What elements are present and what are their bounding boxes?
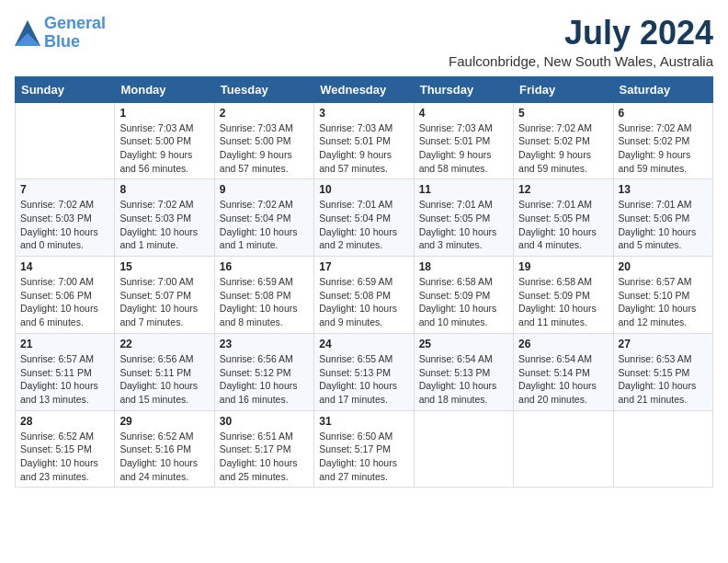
logo-icon [15,20,40,46]
day-number: 24 [319,338,408,350]
day-number: 28 [20,415,109,428]
sunrise-text: Sunrise: 7:03 AM [319,122,392,133]
calendar-cell-w1-d7: 6Sunrise: 7:02 AMSunset: 5:02 PMDaylight… [613,102,712,179]
sunset-text: Sunset: 5:08 PM [220,290,291,301]
day-info: Sunrise: 7:03 AMSunset: 5:01 PMDaylight:… [419,121,508,176]
sunrise-text: Sunrise: 7:03 AM [220,122,293,133]
day-number: 16 [220,260,309,273]
calendar-cell-w5-d1: 28Sunrise: 6:52 AMSunset: 5:15 PMDayligh… [16,410,115,488]
day-number: 1 [119,107,209,120]
calendar-cell-w3-d4: 17Sunrise: 6:59 AMSunset: 5:08 PMDayligh… [314,257,414,334]
sunrise-text: Sunrise: 6:54 AM [518,353,592,364]
sunset-text: Sunset: 5:12 PM [220,367,291,378]
sunrise-text: Sunrise: 7:02 AM [20,199,94,210]
sunrise-text: Sunrise: 6:58 AM [518,276,592,287]
sunset-text: Sunset: 5:13 PM [319,367,391,378]
sunset-text: Sunset: 5:04 PM [319,213,391,224]
sunset-text: Sunset: 5:00 PM [119,135,191,146]
calendar-cell-w5-d5 [414,410,513,488]
day-info: Sunrise: 7:01 AMSunset: 5:04 PMDaylight:… [319,198,408,252]
sunrise-text: Sunrise: 6:54 AM [419,353,493,364]
sunset-text: Sunset: 5:05 PM [419,213,491,224]
sunset-text: Sunset: 5:03 PM [20,213,92,224]
sunset-text: Sunset: 5:10 PM [619,290,690,301]
sunset-text: Sunset: 5:05 PM [518,213,590,224]
day-info: Sunrise: 6:52 AMSunset: 5:16 PMDaylight:… [119,430,209,484]
calendar-cell-w2-d5: 11Sunrise: 7:01 AMSunset: 5:05 PMDayligh… [414,179,513,257]
daylight-text: Daylight: 10 hours and 5 minutes. [619,226,697,251]
day-number: 14 [20,260,109,273]
day-info: Sunrise: 6:54 AMSunset: 5:14 PMDaylight:… [518,352,608,407]
col-saturday: Saturday [613,76,712,102]
daylight-text: Daylight: 10 hours and 4 minutes. [518,226,597,251]
sunset-text: Sunset: 5:17 PM [319,443,391,454]
day-number: 3 [319,107,408,120]
day-number: 21 [20,338,109,350]
day-number: 6 [619,107,708,120]
day-info: Sunrise: 7:02 AMSunset: 5:03 PMDaylight:… [119,198,209,252]
sunset-text: Sunset: 5:11 PM [20,367,92,378]
sunset-text: Sunset: 5:09 PM [419,290,491,301]
sunset-text: Sunset: 5:06 PM [20,290,92,301]
col-thursday: Thursday [414,76,513,102]
day-info: Sunrise: 6:56 AMSunset: 5:11 PMDaylight:… [119,352,209,407]
calendar-cell-w4-d6: 26Sunrise: 6:54 AMSunset: 5:14 PMDayligh… [514,333,613,410]
sunrise-text: Sunrise: 6:55 AM [319,353,392,364]
day-info: Sunrise: 7:02 AMSunset: 5:04 PMDaylight:… [220,198,309,252]
month-title: July 2024 [449,15,713,52]
day-number: 7 [20,183,109,196]
calendar-cell-w4-d4: 24Sunrise: 6:55 AMSunset: 5:13 PMDayligh… [314,333,414,410]
day-number: 31 [319,415,408,428]
calendar-cell-w5-d3: 30Sunrise: 6:51 AMSunset: 5:17 PMDayligh… [214,410,313,488]
daylight-text: Daylight: 10 hours and 11 minutes. [518,303,597,327]
daylight-text: Daylight: 10 hours and 16 minutes. [220,380,298,405]
col-tuesday: Tuesday [214,76,313,102]
daylight-text: Daylight: 10 hours and 0 minutes. [20,226,98,251]
day-info: Sunrise: 7:01 AMSunset: 5:06 PMDaylight:… [619,198,708,252]
calendar-cell-w3-d2: 15Sunrise: 7:00 AMSunset: 5:07 PMDayligh… [115,257,214,334]
day-number: 29 [119,415,209,428]
location: Faulconbridge, New South Wales, Australi… [449,53,713,69]
sunrise-text: Sunrise: 7:01 AM [619,199,692,210]
calendar-cell-w4-d5: 25Sunrise: 6:54 AMSunset: 5:13 PMDayligh… [414,333,513,410]
day-number: 4 [419,107,508,120]
daylight-text: Daylight: 9 hours and 56 minutes. [119,149,192,174]
sunrise-text: Sunrise: 7:02 AM [619,122,692,133]
day-number: 22 [119,338,209,350]
calendar-cell-w2-d7: 13Sunrise: 7:01 AMSunset: 5:06 PMDayligh… [613,179,712,257]
daylight-text: Daylight: 10 hours and 15 minutes. [119,380,198,405]
daylight-text: Daylight: 10 hours and 1 minute. [119,226,198,251]
title-block: July 2024 Faulconbridge, New South Wales… [449,15,713,69]
col-friday: Friday [514,76,613,102]
day-number: 20 [619,260,708,273]
sunrise-text: Sunrise: 7:02 AM [220,199,293,210]
sunrise-text: Sunrise: 6:52 AM [119,431,193,442]
sunrise-text: Sunrise: 6:57 AM [20,353,94,364]
day-info: Sunrise: 6:50 AMSunset: 5:17 PMDaylight:… [319,430,408,484]
calendar-cell-w2-d1: 7Sunrise: 7:02 AMSunset: 5:03 PMDaylight… [16,179,115,257]
calendar-week-1: 1Sunrise: 7:03 AMSunset: 5:00 PMDaylight… [16,102,713,179]
sunset-text: Sunset: 5:15 PM [619,367,690,378]
sunrise-text: Sunrise: 7:03 AM [119,122,193,133]
logo: General Blue [15,15,106,52]
sunrise-text: Sunrise: 6:53 AM [619,353,692,364]
day-info: Sunrise: 6:58 AMSunset: 5:09 PMDaylight:… [419,275,508,329]
daylight-text: Daylight: 10 hours and 18 minutes. [419,380,497,405]
daylight-text: Daylight: 10 hours and 17 minutes. [319,380,397,405]
day-info: Sunrise: 6:53 AMSunset: 5:15 PMDaylight:… [619,352,708,407]
sunset-text: Sunset: 5:13 PM [419,367,491,378]
day-number: 27 [619,338,708,350]
sunrise-text: Sunrise: 7:02 AM [119,199,193,210]
sunrise-text: Sunrise: 6:50 AM [319,431,392,442]
sunset-text: Sunset: 5:16 PM [119,443,191,454]
day-number: 10 [319,183,408,196]
sunrise-text: Sunrise: 6:58 AM [419,276,493,287]
day-info: Sunrise: 6:57 AMSunset: 5:11 PMDaylight:… [20,352,109,407]
daylight-text: Daylight: 10 hours and 25 minutes. [220,457,298,482]
calendar-cell-w3-d5: 18Sunrise: 6:58 AMSunset: 5:09 PMDayligh… [414,257,513,334]
sunset-text: Sunset: 5:00 PM [220,135,291,146]
col-monday: Monday [115,76,214,102]
col-sunday: Sunday [16,76,115,102]
daylight-text: Daylight: 10 hours and 27 minutes. [319,457,397,482]
calendar-cell-w1-d1 [16,102,115,179]
